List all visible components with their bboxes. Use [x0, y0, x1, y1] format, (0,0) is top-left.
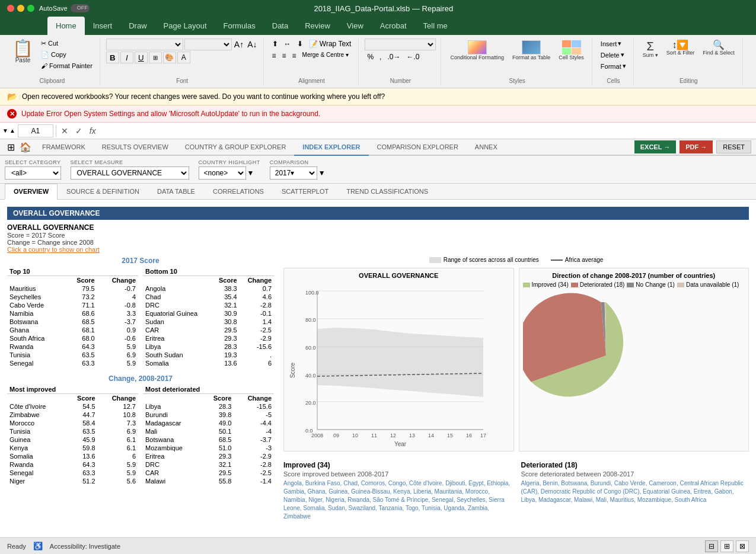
find-select-button[interactable]: 🔍 Find & Select — [700, 39, 738, 58]
merge-center-button[interactable]: Merge & Centre ▾ — [300, 50, 351, 61]
font-color-button[interactable]: A — [177, 52, 190, 63]
fill-color-button[interactable]: 🎨 — [163, 52, 176, 63]
cut-button[interactable]: ✂ Cut — [39, 39, 95, 49]
align-bottom-button[interactable]: ⬇ — [295, 39, 305, 49]
line-chart-container: OVERALL GOVERNANCE Score 0.0 20.0 40.0 6… — [283, 268, 514, 451]
decrease-font-button[interactable]: A↓ — [246, 39, 258, 50]
sheet-tab-country-group-explorer[interactable]: COUNTRY & GROUP EXPLORER — [177, 139, 295, 155]
delete-cells-button[interactable]: Delete ▾ — [598, 50, 627, 60]
tables-row: 2017 Score Top 10 Score Change — [7, 257, 749, 521]
content-tab-overview[interactable]: OVERVIEW — [5, 184, 58, 200]
format-painter-button[interactable]: 🖌 Format Painter — [39, 61, 95, 71]
bottom10-table: Bottom 10 Score Change Angola38.30.7Chad… — [143, 267, 274, 367]
sort-filter-button[interactable]: ↕🔽 Sort & Filter — [664, 39, 698, 58]
confirm-formula-button[interactable]: ✓ — [73, 126, 85, 136]
svg-text:10: 10 — [352, 433, 358, 438]
format-as-table-button[interactable]: Format as Table — [509, 39, 553, 63]
comparison-arrow[interactable]: ▼ — [318, 169, 326, 177]
wrap-text-button[interactable]: 📝 Wrap Text — [307, 39, 354, 49]
copy-button[interactable]: 📄 Copy — [39, 50, 95, 60]
home-icon[interactable]: 🏠 — [17, 142, 34, 153]
content-tab-data-table[interactable]: DATA TABLE — [148, 184, 204, 199]
align-left-button[interactable]: ≡ — [270, 50, 279, 61]
sheet-tab-comparison-explorer[interactable]: COMPARISON EXPLORER — [369, 139, 467, 155]
measure-control: SELECT MEASURE OVERALL GOVERNANCE — [71, 159, 189, 180]
cell-styles-button[interactable]: Cell Styles — [556, 39, 587, 63]
insert-function-button[interactable]: fx — [87, 126, 98, 136]
most-deteriorated-header: Most deteriorated — [143, 385, 274, 394]
normal-view-button[interactable]: ⊟ — [705, 540, 718, 552]
tab-review[interactable]: Review — [296, 17, 339, 35]
align-top-button[interactable]: ⬆ — [270, 39, 280, 49]
country-highlight-select[interactable]: <none> — [199, 166, 246, 180]
country-highlight-arrow[interactable]: ▼ — [247, 169, 254, 177]
align-middle-button[interactable]: ↔ — [282, 39, 294, 49]
cancel-formula-button[interactable]: ✕ — [59, 126, 71, 136]
measure-select[interactable]: OVERALL GOVERNANCE — [71, 166, 189, 180]
pdf-export-button[interactable]: PDF → — [680, 140, 713, 153]
increase-font-button[interactable]: A↑ — [233, 39, 245, 50]
sort-icon: ↕🔽 — [672, 40, 688, 50]
underline-button[interactable]: U — [135, 52, 148, 63]
autosave-control[interactable]: AutoSave OFF — [39, 4, 90, 12]
conditional-formatting-button[interactable]: Conditional Formatting — [447, 39, 507, 63]
click-country-link[interactable]: Click a country to show on chart — [7, 246, 749, 253]
tab-home[interactable]: Home — [47, 17, 85, 35]
sheet-tab-results-overview[interactable]: RESULTS OVERVIEW — [94, 139, 177, 155]
tab-acrobat[interactable]: Acrobat — [372, 17, 415, 35]
sum-button[interactable]: Σ Sum ▾ — [640, 39, 661, 60]
number-format-select[interactable] — [365, 39, 436, 50]
reset-button[interactable]: RESET — [716, 140, 751, 153]
align-right-button[interactable]: ≡ — [290, 50, 299, 61]
tab-draw[interactable]: Draw — [120, 17, 155, 35]
maximize-button[interactable] — [27, 5, 34, 12]
insert-cells-button[interactable]: Insert ▾ — [598, 39, 624, 49]
score-section-title: 2017 Score — [7, 257, 274, 265]
ribbon-group-cells: Insert ▾ Delete ▾ Format ▾ Cells — [594, 37, 634, 85]
formula-input[interactable] — [101, 127, 754, 135]
font-size-select[interactable] — [184, 39, 232, 50]
name-box-up[interactable]: ▲ — [9, 127, 15, 134]
tab-view[interactable]: View — [339, 17, 372, 35]
tab-insert[interactable]: Insert — [85, 17, 121, 35]
sheet-tab-index-explorer[interactable]: INDEX EXPLORER — [294, 139, 368, 156]
content-tab-correlations[interactable]: CORRELATIONS — [204, 184, 273, 199]
controls-area: SELECT CATEGORY <all> SELECT MEASURE OVE… — [0, 156, 756, 184]
minimize-button[interactable] — [17, 5, 24, 12]
most-deteriorated-table-wrap: Most deteriorated Score Change Libya28.3… — [143, 385, 274, 485]
cell-reference-input[interactable] — [18, 124, 53, 137]
content-tab-trend-classifications[interactable]: TREND CLASSIFICATIONS — [337, 184, 437, 199]
pie-legend-no-change: No Change (1) — [627, 281, 675, 288]
improved-section: Improved (34) Score improved between 200… — [283, 461, 512, 521]
excel-export-button[interactable]: EXCEL → — [634, 140, 677, 153]
tab-formulas[interactable]: Formulas — [215, 17, 264, 35]
paste-button[interactable]: 📋 Paste — [9, 39, 36, 65]
ribbon-group-editing: Σ Sum ▾ ↕🔽 Sort & Filter 🔍 Find & Select… — [635, 37, 743, 85]
comparison-select[interactable]: 2017▾ — [270, 166, 317, 180]
sheet-tab-framework[interactable]: FRAMEWORK — [34, 139, 94, 155]
tab-page-layout[interactable]: Page Layout — [155, 17, 215, 35]
content-tab-scatterplot[interactable]: SCATTERPLOT — [273, 184, 337, 199]
tab-data[interactable]: Data — [264, 17, 296, 35]
bold-button[interactable]: B — [106, 52, 119, 63]
decrease-decimal-button[interactable]: ←.0 — [404, 52, 422, 62]
comma-button[interactable]: , — [377, 52, 384, 62]
page-break-view-button[interactable]: ⊠ — [736, 540, 749, 552]
italic-button[interactable]: I — [120, 52, 133, 63]
nav-icon[interactable]: ⊞ — [5, 142, 17, 153]
format-cells-button[interactable]: Format ▾ — [598, 61, 629, 71]
font-name-select[interactable] — [106, 39, 183, 50]
tab-tell-me[interactable]: Tell me — [415, 17, 456, 35]
content-tab-source-definition[interactable]: SOURCE & DEFINITION — [58, 184, 148, 199]
percent-button[interactable]: % — [365, 52, 376, 62]
sheet-tab-annex[interactable]: ANNEX — [467, 139, 506, 155]
name-box-arrow[interactable]: ▼ — [2, 127, 8, 134]
page-layout-view-button[interactable]: ⊞ — [720, 540, 733, 552]
close-button[interactable] — [7, 5, 14, 12]
align-center-button[interactable]: ≡ — [280, 50, 289, 61]
autosave-toggle[interactable]: OFF — [71, 4, 90, 12]
borders-button[interactable]: ⊞ — [149, 52, 162, 63]
increase-decimal-button[interactable]: .0→ — [385, 52, 403, 62]
traffic-lights — [7, 5, 34, 12]
category-select[interactable]: <all> — [5, 166, 61, 180]
